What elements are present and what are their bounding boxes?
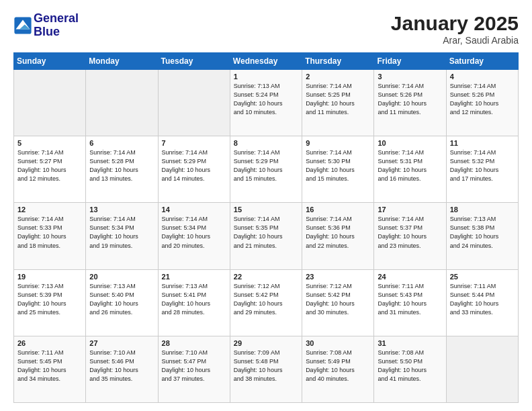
col-monday: Monday <box>86 53 158 70</box>
day-number: 3 <box>378 73 442 81</box>
page: General Blue January 2025 Arar, Saudi Ar… <box>0 0 532 411</box>
day-number: 19 <box>17 273 82 281</box>
col-sunday: Sunday <box>14 53 86 70</box>
day-info: Sunrise: 7:13 AM Sunset: 5:40 PM Dayligh… <box>89 282 154 317</box>
table-row: 25Sunrise: 7:11 AM Sunset: 5:44 PM Dayli… <box>446 269 518 336</box>
day-info: Sunrise: 7:14 AM Sunset: 5:35 PM Dayligh… <box>234 215 298 250</box>
table-row: 5Sunrise: 7:14 AM Sunset: 5:27 PM Daylig… <box>14 136 86 203</box>
table-row: 20Sunrise: 7:13 AM Sunset: 5:40 PM Dayli… <box>86 269 158 336</box>
day-number: 18 <box>450 205 515 214</box>
day-info: Sunrise: 7:13 AM Sunset: 5:38 PM Dayligh… <box>450 215 515 250</box>
day-info: Sunrise: 7:08 AM Sunset: 5:49 PM Dayligh… <box>306 349 370 383</box>
day-info: Sunrise: 7:14 AM Sunset: 5:32 PM Dayligh… <box>450 148 515 183</box>
table-row: 21Sunrise: 7:13 AM Sunset: 5:41 PM Dayli… <box>158 269 230 336</box>
title-block: January 2025 Arar, Saudi Arabia <box>391 12 519 46</box>
day-info: Sunrise: 7:14 AM Sunset: 5:30 PM Dayligh… <box>306 148 370 183</box>
day-number: 13 <box>89 205 154 214</box>
table-row: 17Sunrise: 7:14 AM Sunset: 5:37 PM Dayli… <box>374 203 446 269</box>
table-row: 12Sunrise: 7:14 AM Sunset: 5:33 PM Dayli… <box>14 203 86 269</box>
table-row: 27Sunrise: 7:10 AM Sunset: 5:46 PM Dayli… <box>86 336 158 402</box>
day-number: 26 <box>17 339 82 347</box>
day-info: Sunrise: 7:14 AM Sunset: 5:37 PM Dayligh… <box>378 215 442 250</box>
day-number: 17 <box>378 205 442 214</box>
day-number: 25 <box>450 273 515 281</box>
table-row: 29Sunrise: 7:09 AM Sunset: 5:48 PM Dayli… <box>230 336 302 402</box>
table-row: 30Sunrise: 7:08 AM Sunset: 5:49 PM Dayli… <box>302 336 374 402</box>
main-title: January 2025 <box>391 12 519 35</box>
day-number: 14 <box>162 205 226 214</box>
day-number: 20 <box>89 273 154 281</box>
day-info: Sunrise: 7:13 AM Sunset: 5:41 PM Dayligh… <box>162 282 226 317</box>
day-info: Sunrise: 7:09 AM Sunset: 5:48 PM Dayligh… <box>234 349 298 383</box>
logo: General Blue <box>13 12 79 39</box>
col-wednesday: Wednesday <box>230 53 302 70</box>
table-row: 16Sunrise: 7:14 AM Sunset: 5:36 PM Dayli… <box>302 203 374 269</box>
day-number: 5 <box>17 139 82 147</box>
table-row <box>14 70 86 136</box>
table-row <box>158 70 230 136</box>
day-info: Sunrise: 7:11 AM Sunset: 5:43 PM Dayligh… <box>378 282 442 317</box>
table-row: 4Sunrise: 7:14 AM Sunset: 5:26 PM Daylig… <box>446 70 518 136</box>
day-number: 15 <box>234 205 298 214</box>
day-info: Sunrise: 7:14 AM Sunset: 5:25 PM Dayligh… <box>306 82 370 117</box>
day-number: 29 <box>234 339 298 347</box>
table-row: 31Sunrise: 7:08 AM Sunset: 5:50 PM Dayli… <box>374 336 446 402</box>
day-number: 9 <box>306 139 370 147</box>
col-saturday: Saturday <box>446 53 518 70</box>
table-row: 28Sunrise: 7:10 AM Sunset: 5:47 PM Dayli… <box>158 336 230 402</box>
table-row: 9Sunrise: 7:14 AM Sunset: 5:30 PM Daylig… <box>302 136 374 203</box>
day-number: 21 <box>162 273 226 281</box>
table-row: 3Sunrise: 7:14 AM Sunset: 5:26 PM Daylig… <box>374 70 446 136</box>
table-row: 15Sunrise: 7:14 AM Sunset: 5:35 PM Dayli… <box>230 203 302 269</box>
logo-line1: General <box>34 12 79 26</box>
logo-text: General Blue <box>34 12 79 39</box>
day-number: 1 <box>234 73 298 81</box>
day-info: Sunrise: 7:11 AM Sunset: 5:45 PM Dayligh… <box>17 349 82 383</box>
day-number: 31 <box>378 339 442 347</box>
day-info: Sunrise: 7:13 AM Sunset: 5:24 PM Dayligh… <box>234 82 298 117</box>
col-thursday: Thursday <box>302 53 374 70</box>
day-info: Sunrise: 7:10 AM Sunset: 5:46 PM Dayligh… <box>89 349 154 383</box>
table-row: 24Sunrise: 7:11 AM Sunset: 5:43 PM Dayli… <box>374 269 446 336</box>
table-row: 14Sunrise: 7:14 AM Sunset: 5:34 PM Dayli… <box>158 203 230 269</box>
day-number: 4 <box>450 73 515 81</box>
calendar-table: Sunday Monday Tuesday Wednesday Thursday… <box>13 52 519 403</box>
table-row: 7Sunrise: 7:14 AM Sunset: 5:29 PM Daylig… <box>158 136 230 203</box>
day-info: Sunrise: 7:08 AM Sunset: 5:50 PM Dayligh… <box>378 349 442 383</box>
day-info: Sunrise: 7:14 AM Sunset: 5:27 PM Dayligh… <box>17 148 82 183</box>
day-info: Sunrise: 7:14 AM Sunset: 5:31 PM Dayligh… <box>378 148 442 183</box>
col-friday: Friday <box>374 53 446 70</box>
day-info: Sunrise: 7:14 AM Sunset: 5:36 PM Dayligh… <box>306 215 370 250</box>
day-number: 22 <box>234 273 298 281</box>
table-row <box>446 336 518 402</box>
calendar-header-row: Sunday Monday Tuesday Wednesday Thursday… <box>14 53 519 70</box>
table-row: 10Sunrise: 7:14 AM Sunset: 5:31 PM Dayli… <box>374 136 446 203</box>
day-info: Sunrise: 7:10 AM Sunset: 5:47 PM Dayligh… <box>162 349 226 383</box>
table-row: 19Sunrise: 7:13 AM Sunset: 5:39 PM Dayli… <box>14 269 86 336</box>
day-number: 28 <box>162 339 226 347</box>
day-info: Sunrise: 7:13 AM Sunset: 5:39 PM Dayligh… <box>17 282 82 317</box>
table-row: 13Sunrise: 7:14 AM Sunset: 5:34 PM Dayli… <box>86 203 158 269</box>
day-info: Sunrise: 7:14 AM Sunset: 5:29 PM Dayligh… <box>234 148 298 183</box>
day-number: 6 <box>89 139 154 147</box>
day-number: 24 <box>378 273 442 281</box>
day-info: Sunrise: 7:14 AM Sunset: 5:26 PM Dayligh… <box>378 82 442 117</box>
subtitle: Arar, Saudi Arabia <box>391 35 519 46</box>
day-number: 27 <box>89 339 154 347</box>
day-number: 2 <box>306 73 370 81</box>
day-number: 30 <box>306 339 370 347</box>
day-info: Sunrise: 7:14 AM Sunset: 5:26 PM Dayligh… <box>450 82 515 117</box>
table-row: 1Sunrise: 7:13 AM Sunset: 5:24 PM Daylig… <box>230 70 302 136</box>
table-row: 23Sunrise: 7:12 AM Sunset: 5:42 PM Dayli… <box>302 269 374 336</box>
day-number: 16 <box>306 205 370 214</box>
day-info: Sunrise: 7:14 AM Sunset: 5:28 PM Dayligh… <box>89 148 154 183</box>
table-row: 22Sunrise: 7:12 AM Sunset: 5:42 PM Dayli… <box>230 269 302 336</box>
col-tuesday: Tuesday <box>158 53 230 70</box>
day-info: Sunrise: 7:14 AM Sunset: 5:29 PM Dayligh… <box>162 148 226 183</box>
day-number: 7 <box>162 139 226 147</box>
day-info: Sunrise: 7:14 AM Sunset: 5:34 PM Dayligh… <box>89 215 154 250</box>
table-row: 11Sunrise: 7:14 AM Sunset: 5:32 PM Dayli… <box>446 136 518 203</box>
logo-icon <box>13 16 32 35</box>
table-row: 6Sunrise: 7:14 AM Sunset: 5:28 PM Daylig… <box>86 136 158 203</box>
day-info: Sunrise: 7:14 AM Sunset: 5:33 PM Dayligh… <box>17 215 82 250</box>
